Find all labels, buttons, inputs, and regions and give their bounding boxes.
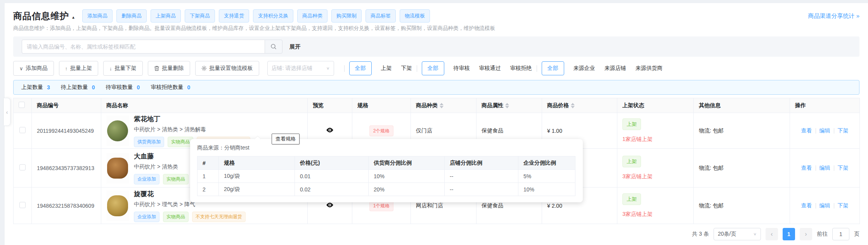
- product-category-path: 中药饮片 > 清热类 > 清热解毒: [134, 126, 250, 133]
- other-info: 物流: 包邮: [694, 149, 790, 188]
- filter-listing-on[interactable]: 上架: [381, 65, 392, 72]
- tag-physical-product: 实物商品: [168, 137, 193, 147]
- batch-list-button[interactable]: ↑ 批量上架: [59, 61, 99, 76]
- col-listing-status: 上架状态: [617, 98, 694, 113]
- col-product-price[interactable]: 商品价格: [542, 98, 617, 113]
- shop-select[interactable]: 店铺: 请选择店铺 ∨: [267, 61, 334, 76]
- sort-icon[interactable]: [571, 103, 575, 108]
- filter-source-supplier[interactable]: 来源供货商: [636, 65, 663, 72]
- edit-link[interactable]: 编辑: [819, 127, 830, 134]
- quick-button-support-return[interactable]: 支持退货: [219, 9, 249, 23]
- goto-label: 前往: [817, 231, 828, 238]
- edit-link[interactable]: 编辑: [819, 165, 830, 172]
- row-checkbox[interactable]: [19, 127, 26, 133]
- filter-group-audit-status: 全部 待审核 审核通过 审核拒绝: [422, 61, 532, 75]
- divider: [816, 128, 816, 134]
- stat-listed-value: 3: [47, 84, 50, 90]
- goto-page-input[interactable]: [832, 228, 849, 240]
- edit-link[interactable]: 编辑: [819, 202, 830, 209]
- product-image[interactable]: [106, 153, 129, 183]
- spec-table: # 规格 价格(元) 供货商分佣比例 店铺分佣比例 企业分佣比例 1 10g/袋…: [197, 156, 575, 196]
- delist-link[interactable]: 下架: [838, 202, 849, 209]
- view-link[interactable]: 查看: [801, 127, 812, 134]
- eye-icon[interactable]: [326, 126, 334, 134]
- sort-icon[interactable]: [505, 103, 509, 108]
- sidebar-collapse-handle[interactable]: ‹: [4, 98, 10, 126]
- divider: [816, 203, 816, 209]
- col-product-id: 商品编号: [32, 98, 101, 113]
- sort-icon[interactable]: [440, 103, 444, 108]
- filter-audit-all[interactable]: 全部: [422, 61, 444, 75]
- view-spec-tooltip: 查看规格: [272, 134, 300, 144]
- quick-button-points-exchange[interactable]: 支持积分兑换: [253, 9, 293, 23]
- col-actions: 操作: [790, 98, 860, 113]
- batch-logistics-template-label: 批量设置物流模板: [210, 65, 253, 72]
- divider: [834, 128, 834, 134]
- filter-source-shop[interactable]: 来源店铺: [605, 65, 626, 72]
- quick-button-delete-product[interactable]: 删除商品: [116, 9, 147, 23]
- quick-button-logistics-template[interactable]: 物流模板: [400, 9, 430, 23]
- batch-logistics-template-button[interactable]: 批量设置物流模板: [195, 61, 259, 76]
- select-all-checkbox[interactable]: [19, 102, 25, 108]
- col-product-attr[interactable]: 商品属性: [476, 98, 542, 113]
- tag-supplier-added: 供货商添加: [134, 137, 164, 147]
- spec-count-tag[interactable]: 2个规格: [369, 125, 394, 136]
- col-product-type[interactable]: 商品种类: [411, 98, 476, 113]
- stats-bar: 上架数量 3 待上架数量 0 待审核数量 0 审核拒绝数量 0: [13, 80, 859, 95]
- spec-col-shop-commission: 店铺分佣比例: [445, 156, 518, 170]
- title-caret-up-icon[interactable]: ▲: [71, 15, 75, 19]
- batch-delist-button[interactable]: ↓ 批量下架: [103, 61, 143, 76]
- quick-button-add-product[interactable]: 添加商品: [82, 9, 113, 23]
- row-checkbox[interactable]: [19, 164, 26, 170]
- page-number-current[interactable]: 1: [783, 228, 795, 240]
- filter-audit-rejected[interactable]: 审核拒绝: [510, 65, 532, 72]
- page-size-select[interactable]: 20条/页 ∨: [714, 228, 761, 240]
- prev-page-button[interactable]: ‹: [766, 228, 778, 240]
- stat-listed-label: 上架数量: [21, 84, 43, 91]
- batch-delete-button[interactable]: 批量删除: [148, 61, 190, 76]
- delist-link[interactable]: 下架: [838, 165, 849, 172]
- filter-audit-approved[interactable]: 审核通过: [479, 65, 501, 72]
- spec-enterprise-commission: 10%: [518, 183, 575, 196]
- product-name: 紫花地丁: [134, 115, 250, 123]
- col-product-type-label: 商品种类: [416, 102, 438, 108]
- quick-button-product-category[interactable]: 商品种类: [297, 9, 327, 23]
- arrow-down-icon: ↓: [109, 66, 112, 71]
- spec-col-index: #: [198, 156, 219, 170]
- filter-listing-off[interactable]: 下架: [401, 65, 412, 72]
- quick-button-product-label[interactable]: 商品标签: [366, 9, 396, 23]
- filter-listing-all[interactable]: 全部: [349, 61, 372, 75]
- stat-rejected-value: 0: [187, 84, 190, 90]
- product-image[interactable]: [106, 116, 129, 146]
- quick-button-purchase-limit[interactable]: 购买限制: [331, 9, 362, 23]
- spec-supplier-commission: 10%: [369, 170, 445, 183]
- channel-share-stats-link[interactable]: 商品渠道分享统计 »: [808, 12, 859, 20]
- add-product-dropdown-button[interactable]: ∨ 添加商品: [13, 61, 54, 76]
- product-id: 2011992441493045249: [32, 113, 101, 149]
- spec-supplier-commission: 20%: [369, 183, 445, 196]
- tag-physical-product: 实物商品: [163, 174, 189, 184]
- page-size-value: 20条/页: [718, 231, 736, 238]
- view-link[interactable]: 查看: [801, 202, 812, 209]
- status-detail: 1家店铺上架: [622, 136, 688, 143]
- divider: [537, 65, 537, 72]
- view-link[interactable]: 查看: [801, 165, 812, 172]
- product-image[interactable]: [106, 191, 129, 221]
- quick-button-delist-product[interactable]: 下架商品: [185, 9, 215, 23]
- expand-toggle[interactable]: 展开: [289, 43, 301, 50]
- search-button[interactable]: [265, 40, 282, 54]
- page-title: 商品信息维护: [13, 10, 69, 22]
- delist-link[interactable]: 下架: [838, 127, 849, 134]
- quick-button-list-product[interactable]: 上架商品: [151, 9, 181, 23]
- spec-row: 1 10g/袋 0.01 10% -- 5%: [198, 170, 575, 183]
- search-input[interactable]: [22, 40, 265, 54]
- filter-source-enterprise[interactable]: 来源企业: [573, 65, 595, 72]
- filter-audit-pending[interactable]: 待审核: [454, 65, 470, 72]
- row-checkbox[interactable]: [19, 202, 26, 208]
- stat-pending-label: 待审核数量: [106, 84, 133, 91]
- chevron-left-icon: ‹: [6, 109, 8, 115]
- filter-source-all[interactable]: 全部: [542, 61, 564, 75]
- next-page-button[interactable]: ›: [800, 228, 812, 240]
- status-badge: 上架: [622, 156, 641, 167]
- col-other-info: 其他信息: [694, 98, 790, 113]
